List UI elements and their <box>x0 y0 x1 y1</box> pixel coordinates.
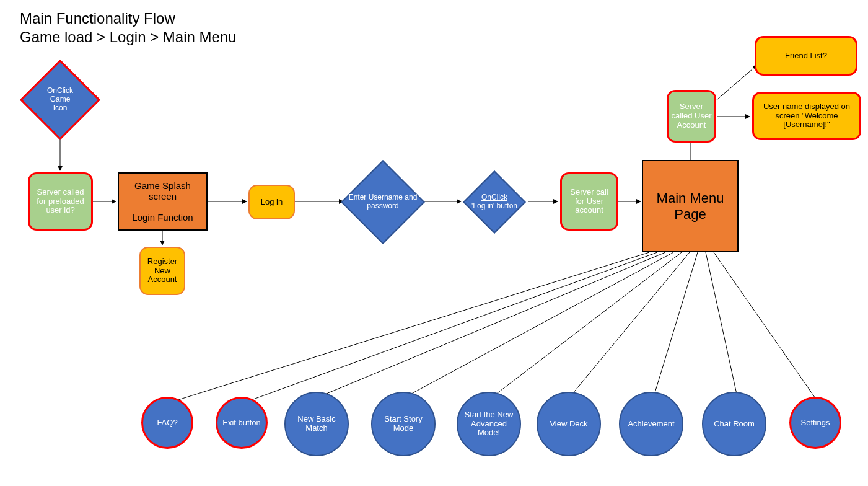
onclick-game-icon-line3: Icon <box>53 104 68 113</box>
chat-room-text: Chat Room <box>714 420 755 429</box>
svg-line-17 <box>654 252 698 397</box>
onclick-login-line2: 'Log in' button <box>471 202 517 211</box>
svg-line-12 <box>247 252 657 402</box>
node-chat-room: Chat Room <box>702 392 766 456</box>
view-deck-text: View Deck <box>550 420 587 429</box>
node-friend-list: Friend List? <box>755 36 857 76</box>
server-called-user-account-text: Server called User Account <box>671 102 712 130</box>
main-menu-page-text: Main Menu Page <box>646 190 735 222</box>
svg-line-18 <box>706 252 737 397</box>
welcome-message-text: User name displayed on screen "Welcome [… <box>756 102 857 130</box>
node-onclick-game-icon: OnClick Game Icon <box>32 71 89 128</box>
title-line-1: Main Functionality Flow <box>20 9 237 28</box>
svg-line-15 <box>493 252 682 397</box>
node-settings: Settings <box>789 397 841 449</box>
node-welcome-message: User name displayed on screen "Welcome [… <box>752 92 861 140</box>
game-splash-line2: Login Function <box>132 212 193 223</box>
enter-credentials-text: Enter Username and password <box>346 193 420 211</box>
node-log-in: Log in <box>248 185 295 219</box>
svg-line-19 <box>714 252 818 402</box>
exit-button-text: Exit button <box>222 418 260 428</box>
server-preloaded-text: Server called for preloaded user id? <box>32 188 89 216</box>
node-server-called-user-account: Server called User Account <box>667 90 716 143</box>
log-in-text: Log in <box>261 198 283 207</box>
node-faq: FAQ? <box>141 397 193 449</box>
start-new-advanced-mode-text: Start the New Advanced Mode! <box>460 410 517 438</box>
start-story-mode-text: Start Story Mode <box>375 415 432 433</box>
onclick-game-icon-line2: Game <box>50 95 71 104</box>
node-exit-button: Exit button <box>216 397 268 449</box>
settings-text: Settings <box>801 418 830 428</box>
game-splash-line1: Game Splash screen <box>121 180 204 202</box>
register-new-text: Register New Account <box>143 257 182 285</box>
node-view-deck: View Deck <box>537 392 601 456</box>
node-enter-credentials: Enter Username and password <box>353 172 413 232</box>
friend-list-text: Friend List? <box>785 51 827 61</box>
svg-line-14 <box>406 252 673 397</box>
svg-line-13 <box>319 252 665 397</box>
onclick-login-line1: OnClick <box>481 193 507 202</box>
title-block: Main Functionality Flow Game load > Logi… <box>20 9 237 46</box>
node-game-splash: Game Splash screen Login Function <box>118 172 208 231</box>
node-main-menu-page: Main Menu Page <box>642 160 739 252</box>
faq-text: FAQ? <box>157 418 177 428</box>
onclick-game-icon-line1: OnClick <box>47 87 73 95</box>
svg-line-16 <box>570 252 690 397</box>
achievement-text: Achievement <box>628 420 674 429</box>
node-new-basic-match: New Basic Match <box>284 392 349 456</box>
node-start-story-mode: Start Story Mode <box>371 392 436 456</box>
node-server-call-user: Server call for User account <box>560 172 618 231</box>
svg-line-11 <box>172 252 649 402</box>
node-server-preloaded: Server called for preloaded user id? <box>28 172 93 231</box>
node-register-new-account: Register New Account <box>139 247 185 295</box>
new-basic-match-text: New Basic Match <box>288 415 345 433</box>
server-call-user-text: Server call for User account <box>564 188 614 216</box>
node-achievement: Achievement <box>619 392 683 456</box>
node-start-new-advanced-mode: Start the New Advanced Mode! <box>457 392 521 456</box>
title-line-2: Game load > Login > Main Menu <box>20 28 237 46</box>
svg-line-9 <box>712 65 757 104</box>
node-onclick-login-button: OnClick 'Log in' button <box>472 180 517 224</box>
